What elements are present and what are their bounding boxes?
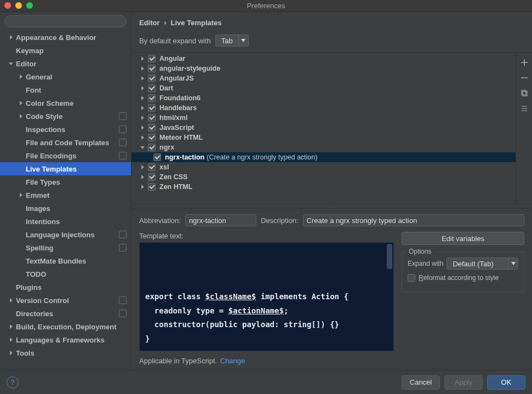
edit-variables-button[interactable]: Edit variables xyxy=(402,232,524,245)
project-level-icon xyxy=(119,125,127,133)
cancel-button[interactable]: Cancel xyxy=(402,375,440,390)
description-input[interactable] xyxy=(303,214,524,226)
reformat-label: Reformat according to style xyxy=(419,274,499,282)
expand-with-select[interactable]: Default (Tab) xyxy=(447,258,518,270)
minimize-window-icon[interactable] xyxy=(15,2,22,9)
template-group[interactable]: AngularJS xyxy=(131,73,516,83)
template-group[interactable]: Angular xyxy=(131,54,516,64)
template-checkbox[interactable] xyxy=(148,75,156,82)
template-group[interactable]: Dart xyxy=(131,83,516,93)
template-group[interactable]: html/xml xyxy=(131,113,516,123)
sidebar-item-label: Plugins xyxy=(16,283,127,292)
settings-tree[interactable]: Appearance & BehaviorKeymapEditorGeneral… xyxy=(0,31,131,370)
sidebar-item[interactable]: File Encodings xyxy=(0,149,131,162)
template-group[interactable]: Foundation6 xyxy=(131,93,516,103)
expand-with-option-label: Expand with xyxy=(408,260,443,267)
template-checkbox[interactable] xyxy=(148,183,156,191)
template-group[interactable]: xsl xyxy=(131,162,516,172)
help-button[interactable]: ? xyxy=(7,376,19,389)
sidebar-item[interactable]: File Types xyxy=(0,175,131,189)
chevron-right-icon xyxy=(139,124,146,131)
sidebar-item-label: Intentions xyxy=(26,218,127,226)
sidebar-item[interactable]: Font xyxy=(0,83,131,96)
search-input[interactable] xyxy=(4,15,127,27)
sidebar-item[interactable]: TODO xyxy=(0,267,131,281)
sidebar-item[interactable]: Build, Execution, Deployment xyxy=(0,320,131,333)
options-group: Options Expand with Default (Tab) xyxy=(402,252,524,292)
sidebar-item[interactable]: File and Code Templates xyxy=(0,136,131,149)
template-checkbox[interactable] xyxy=(148,134,156,141)
template-checkbox[interactable] xyxy=(148,104,156,112)
sidebar-item[interactable]: Editor xyxy=(0,57,131,70)
sidebar-item-label: Code Style xyxy=(26,112,116,121)
sidebar-item[interactable]: Directories xyxy=(0,307,131,320)
template-checkbox[interactable] xyxy=(153,153,161,161)
reformat-checkbox[interactable] xyxy=(408,274,415,282)
remove-button[interactable] xyxy=(519,72,530,83)
editor-scrollbar[interactable] xyxy=(387,244,392,269)
change-link[interactable]: Change xyxy=(220,357,245,365)
sidebar-item[interactable]: Color Scheme xyxy=(0,96,131,110)
template-item[interactable]: ngrx-taction (Create a ngrx strongly typ… xyxy=(131,152,516,162)
svg-rect-5 xyxy=(522,90,526,95)
sidebar-item[interactable]: Intentions xyxy=(0,215,131,228)
template-group-list[interactable]: Angularangular-styleguideAngularJSDartFo… xyxy=(131,53,516,204)
arrow-spacer xyxy=(18,218,24,225)
template-group[interactable]: Meteor HTML xyxy=(131,133,516,142)
close-window-icon[interactable] xyxy=(4,2,11,9)
chevron-right-icon xyxy=(18,192,24,198)
sidebar-item[interactable]: Languages & Frameworks xyxy=(0,333,131,346)
apply-button[interactable]: Apply xyxy=(444,375,483,390)
template-checkbox[interactable] xyxy=(148,114,156,122)
sidebar-item[interactable]: General xyxy=(0,70,131,83)
sidebar-item[interactable]: Plugins xyxy=(0,281,131,294)
chevron-right-icon xyxy=(8,297,14,304)
arrow-spacer xyxy=(18,244,24,251)
template-text-label: Template text: xyxy=(139,232,394,240)
description-label: Description: xyxy=(261,216,299,225)
template-checkbox[interactable] xyxy=(148,144,156,151)
chevron-right-icon xyxy=(139,65,146,72)
template-label: angular-styleguide xyxy=(159,65,220,72)
arrow-spacer xyxy=(18,87,24,93)
template-group[interactable]: JavaScript xyxy=(131,123,516,133)
template-group[interactable]: angular-styleguide xyxy=(131,64,516,73)
sidebar-item[interactable]: Inspections xyxy=(0,123,131,136)
template-group[interactable]: Zen CSS xyxy=(131,172,516,182)
template-checkbox[interactable] xyxy=(148,124,156,132)
sidebar-item[interactable]: Tools xyxy=(0,346,131,359)
template-checkbox[interactable] xyxy=(148,163,156,171)
template-checkbox[interactable] xyxy=(148,173,156,181)
arrow-spacer xyxy=(18,126,24,133)
template-checkbox[interactable] xyxy=(148,94,156,102)
project-level-icon xyxy=(119,152,127,159)
template-group[interactable]: ngrx xyxy=(131,142,516,152)
zoom-window-icon[interactable] xyxy=(26,2,33,9)
sidebar-item-label: File Types xyxy=(26,178,127,186)
sidebar-item[interactable]: Spelling xyxy=(0,241,131,254)
abbreviation-input[interactable] xyxy=(185,214,256,226)
default-expand-select[interactable]: Tab xyxy=(215,35,249,47)
template-checkbox[interactable] xyxy=(148,65,156,72)
template-checkbox[interactable] xyxy=(148,84,156,92)
project-level-icon xyxy=(119,296,127,304)
template-checkbox[interactable] xyxy=(148,55,156,62)
copy-button[interactable] xyxy=(519,88,530,99)
template-group[interactable]: Handlebars xyxy=(131,103,516,113)
template-group[interactable]: Zen HTML xyxy=(131,182,516,192)
chevron-down-icon xyxy=(238,35,248,46)
sidebar-item[interactable]: Keymap xyxy=(0,44,131,57)
sidebar-item[interactable]: Images xyxy=(0,202,131,215)
template-text-editor[interactable]: export class $className$ implements Acti… xyxy=(139,242,394,351)
sidebar-item[interactable]: Version Control xyxy=(0,294,131,307)
ok-button[interactable]: OK xyxy=(487,375,525,390)
settings-icon[interactable] xyxy=(519,103,530,114)
sidebar-item[interactable]: Language Injections xyxy=(0,228,131,241)
add-button[interactable] xyxy=(519,57,530,68)
sidebar-item[interactable]: Code Style xyxy=(0,110,131,123)
sidebar-item[interactable]: TextMate Bundles xyxy=(0,254,131,267)
sidebar-item[interactable]: Live Templates xyxy=(0,162,131,175)
resize-gripper[interactable]: ∙∙∙∙∙ xyxy=(131,204,532,209)
sidebar-item[interactable]: Appearance & Behavior xyxy=(0,31,131,44)
sidebar-item[interactable]: Emmet xyxy=(0,189,131,202)
